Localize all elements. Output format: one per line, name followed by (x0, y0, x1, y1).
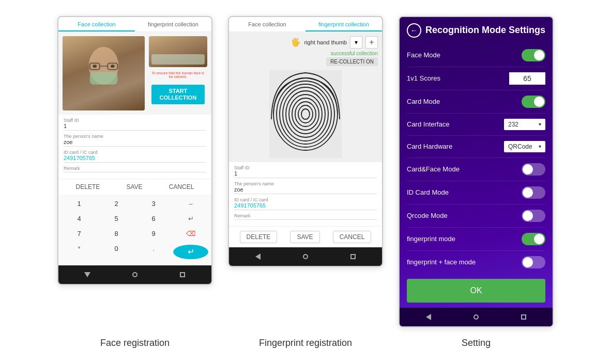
card-hardware-arrow-icon: ▾ (539, 144, 541, 149)
home-circle (132, 272, 138, 277)
fp-delete-button[interactable]: DELETE (240, 231, 278, 243)
fp-persons-name-value: zoe (234, 186, 377, 194)
id-card-label: ID card / IC card (64, 150, 206, 155)
card-mode-toggle[interactable] (522, 96, 545, 108)
delete-button[interactable]: DELETE (76, 183, 100, 191)
settings-row-qrcode-mode: Qrcode Mode (407, 204, 545, 228)
fp-face-mode-toggle-knob (523, 257, 533, 267)
key-1[interactable]: 1 (60, 197, 98, 211)
cancel-button[interactable]: CANCEL (169, 183, 194, 191)
fp-remark-field: Remark (234, 213, 377, 220)
settings-home-circle (473, 314, 479, 320)
settings-nav-bar (400, 308, 553, 326)
key-8[interactable]: 8 (98, 227, 135, 241)
key-3[interactable]: 3 (135, 197, 172, 211)
save-button[interactable]: SAVE (126, 183, 142, 191)
settings-nav-recent-icon[interactable] (520, 313, 528, 321)
face-reg-caption-container: Face registration (57, 338, 212, 349)
card-face-mode-toggle-knob (523, 164, 533, 175)
key-6[interactable]: 6 (135, 212, 172, 226)
hand-dropdown-btn[interactable]: ▾ (350, 36, 362, 49)
card-hardware-dropdown[interactable]: QRCode ▾ (504, 141, 545, 152)
key-2[interactable]: 2 (98, 197, 135, 211)
staff-id-field: Staff ID 1 (64, 118, 206, 131)
key-9[interactable]: 9 (135, 227, 172, 241)
key-0[interactable]: 0 (98, 242, 135, 262)
start-btn-area: START COLLECTION (149, 83, 207, 106)
fingerprint-registration-container: Face collection fingerprint collection 🖐… (228, 16, 383, 267)
fp-back-tri (255, 254, 261, 260)
key-5[interactable]: 5 (98, 212, 135, 226)
key-newline[interactable]: ↵ (172, 212, 209, 226)
key-enter-green[interactable]: ↵ (172, 242, 209, 262)
fp-reg-tabs: Face collection fingerprint collection (229, 17, 382, 32)
mask-overlay-1 (151, 54, 205, 65)
face-reg-action-btns: DELETE SAVE CANCEL (58, 179, 211, 195)
svg-rect-7 (269, 70, 342, 158)
qrcode-mode-toggle[interactable] (522, 210, 545, 222)
nav-recent-icon[interactable] (178, 271, 187, 279)
card-mode-label: Card Mode (407, 98, 440, 105)
persons-name-field: The person's name zoe (64, 134, 206, 147)
card-interface-dropdown[interactable]: 232 ▾ (504, 119, 545, 130)
fp-tab-face[interactable]: Face collection (229, 21, 306, 31)
face-silhouette-svg (75, 43, 132, 103)
id-card-mode-toggle[interactable] (522, 186, 545, 199)
settings-row-id-card-mode: ID Card Mode (407, 181, 545, 204)
face-reg-tabs: Face collection fingerprint collection (58, 17, 211, 32)
fp-reg-form: Staff ID 1 The person's name zoe ID card… (229, 162, 382, 226)
settings-row-fp-face-mode: fingerprint + face mode (407, 251, 545, 274)
card-interface-value: 232 (508, 121, 518, 128)
start-collection-button[interactable]: START COLLECTION (151, 85, 205, 104)
1v1-scores-input[interactable] (509, 72, 545, 85)
enter-icon[interactable]: ↵ (173, 245, 208, 259)
fp-reg-caption-container: Fingerprint registration (228, 338, 383, 349)
settings-container: ← Recognition Mode Settings Face Mode 1v… (399, 16, 554, 327)
fp-nav-recent-icon[interactable] (349, 252, 357, 261)
photo-area: To ensure that the human face is be catu… (58, 32, 211, 115)
settings-screen: ← Recognition Mode Settings Face Mode 1v… (399, 16, 554, 327)
remark-value (64, 171, 206, 172)
fp-remark-label: Remark (234, 213, 377, 218)
fp-cancel-button[interactable]: CANCEL (333, 231, 372, 243)
face-mode-toggle-knob (534, 50, 544, 60)
hand-selector-row: 🖐 right hand thumb ▾ + (291, 36, 378, 49)
numpad-row-2: 4 5 6 ↵ (60, 212, 209, 226)
key-7[interactable]: 7 (60, 227, 98, 241)
settings-back-button[interactable]: ← (407, 23, 421, 38)
key-backspace[interactable]: ⌫ (172, 227, 209, 241)
fp-nav-home-icon[interactable] (301, 252, 310, 261)
fingerprint-mode-toggle[interactable] (522, 233, 545, 245)
settings-nav-back-icon[interactable] (424, 313, 433, 321)
fp-face-mode-toggle[interactable] (522, 256, 545, 268)
settings-row-face-mode: Face Mode (407, 44, 545, 67)
recollect-btn[interactable]: RE-COLLECTI ON (326, 57, 378, 66)
remark-label: Remark (64, 166, 206, 171)
tab-face-collection[interactable]: Face collection (58, 21, 135, 31)
fp-id-card-label: ID card / IC card (234, 197, 377, 202)
fp-save-button[interactable]: SAVE (290, 231, 319, 243)
fp-reg-nav-bar (229, 247, 382, 266)
card-face-mode-toggle[interactable] (522, 163, 545, 176)
card-interface-label: Card Interface (407, 120, 449, 128)
key-dot[interactable]: . (135, 242, 172, 262)
face-mode-toggle[interactable] (522, 49, 545, 61)
tab-fingerprint-collection[interactable]: fingerprint collection (135, 21, 211, 31)
nav-back-icon[interactable] (83, 271, 91, 279)
fp-tab-fingerprint[interactable]: fingerprint collection (306, 21, 382, 31)
key-star[interactable]: * (60, 242, 98, 262)
key-4[interactable]: 4 (60, 212, 98, 226)
nav-home-icon[interactable] (131, 271, 139, 279)
numpad-row-3: 7 8 9 ⌫ (60, 227, 209, 241)
key-dash[interactable]: – (172, 197, 209, 211)
face-reg-nav-bar (58, 265, 211, 284)
numpad: 1 2 3 – 4 5 6 ↵ 7 8 9 ⌫ * (58, 195, 211, 265)
hand-add-btn[interactable]: + (365, 36, 378, 49)
fp-nav-back-icon[interactable] (254, 252, 262, 261)
card-mode-toggle-knob (534, 97, 544, 107)
settings-nav-home-icon[interactable] (472, 313, 480, 321)
hand-selector-text: right hand thumb (304, 39, 347, 45)
captions-row: Face registration Fingerprint registrati… (10, 338, 601, 349)
settings-header: ← Recognition Mode Settings (400, 17, 553, 44)
ok-button[interactable]: OK (407, 279, 545, 303)
